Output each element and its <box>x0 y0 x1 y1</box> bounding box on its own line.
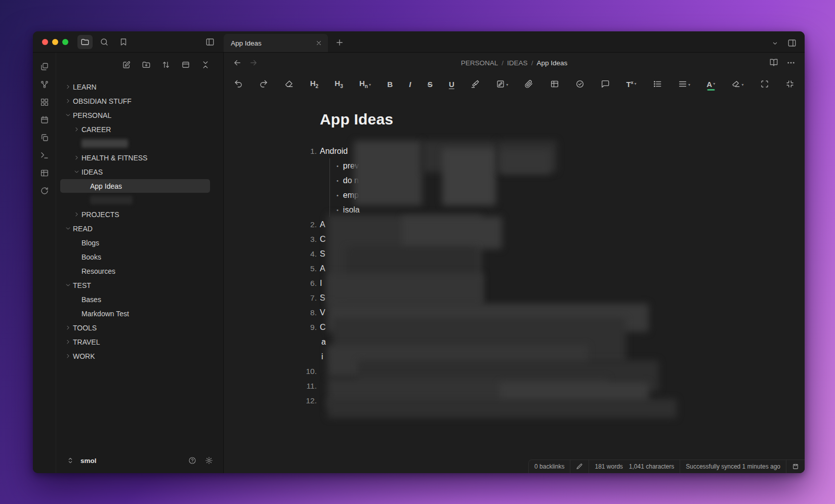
graph-view-button[interactable] <box>37 77 52 92</box>
canvas-button[interactable] <box>37 95 52 109</box>
tab-list-dropdown-button[interactable] <box>767 36 782 50</box>
terminal-button[interactable] <box>37 148 52 162</box>
sort-order-button[interactable] <box>158 58 174 72</box>
toggle-right-sidebar-button[interactable] <box>784 36 800 50</box>
navigate-forward-button[interactable] <box>246 56 261 70</box>
database-button[interactable] <box>37 166 52 180</box>
bookmarks-button[interactable] <box>116 35 131 49</box>
navigate-back-button[interactable] <box>230 56 245 70</box>
bold-label: B <box>387 80 393 88</box>
bullet-list-button[interactable] <box>652 77 663 91</box>
tree-folder[interactable]: WORK <box>60 349 210 363</box>
background-color-button[interactable]: ▾ <box>730 77 744 91</box>
vault-explorer-button[interactable] <box>77 35 93 49</box>
insert-table-button[interactable] <box>549 77 560 91</box>
new-folder-button[interactable] <box>139 58 154 72</box>
new-note-button[interactable] <box>119 58 134 72</box>
breadcrumb-segment[interactable]: PERSONAL <box>461 59 498 67</box>
insert-task-button[interactable] <box>574 77 586 91</box>
tree-item-label: PROJECTS <box>81 211 119 219</box>
more-options-button[interactable] <box>783 56 799 70</box>
tree-folder[interactable]: TEST <box>60 278 210 292</box>
sync-button[interactable] <box>37 184 52 198</box>
explorer-actions <box>56 53 223 77</box>
bold-button[interactable]: B <box>386 78 394 90</box>
format-menu-button[interactable]: ▾ <box>495 77 509 91</box>
strikethrough-button[interactable]: S <box>427 78 434 90</box>
sort-icon <box>161 60 171 69</box>
tree-folder[interactable]: IDEAS <box>60 165 210 179</box>
backlinks-status[interactable]: 0 backlinks <box>529 460 570 473</box>
heading-2-label: H2 <box>310 79 318 89</box>
breadcrumb-segment[interactable]: App Ideas <box>536 59 567 67</box>
highlight-button[interactable] <box>470 77 481 91</box>
file-tree: LEARNOBSIDIAN STUFFPERSONALCAREERHEALTH … <box>56 77 223 448</box>
font-color-button[interactable]: A▾ <box>705 78 716 90</box>
italic-button[interactable]: I <box>408 78 412 90</box>
tree-folder[interactable]: LEARN <box>60 80 210 94</box>
tree-file[interactable]: Markdown Test <box>60 307 210 320</box>
sync-icon-status[interactable] <box>786 460 805 473</box>
tree-file[interactable]: Books <box>60 250 210 264</box>
close-window-button[interactable] <box>42 39 48 45</box>
edit-mode-status[interactable] <box>570 460 589 473</box>
chevron-down-small-icon <box>771 39 779 47</box>
minimize-window-button[interactable] <box>52 39 58 45</box>
insert-comment-button[interactable] <box>600 77 611 91</box>
fullscreen-button[interactable] <box>759 77 770 91</box>
tree-file[interactable]: Bases <box>60 292 210 306</box>
underline-button[interactable]: U <box>448 78 455 90</box>
undo-button[interactable] <box>233 77 244 91</box>
attach-file-button[interactable] <box>523 77 534 91</box>
collapse-all-button[interactable] <box>198 58 213 72</box>
tree-folder[interactable]: READ <box>60 222 210 235</box>
heading-menu-button[interactable]: Hn▾ <box>358 77 372 91</box>
close-tab-button[interactable] <box>313 37 325 49</box>
zoom-window-button[interactable] <box>62 39 68 45</box>
list-item-text: C <box>320 323 326 332</box>
heading-2-button[interactable]: H2 <box>309 77 319 91</box>
line-options-button[interactable]: ▾ <box>677 77 691 91</box>
tree-redacted-item[interactable] <box>60 193 210 207</box>
editor-body[interactable]: App Ideas 1.Android•prev•do n•emp•isola2… <box>224 95 805 473</box>
text-script-button[interactable]: Tx▾ <box>625 78 637 90</box>
redo-button[interactable] <box>258 77 269 91</box>
tree-item-label: Bases <box>81 296 101 304</box>
switch-icon <box>66 456 74 465</box>
tree-redacted-item[interactable] <box>60 137 210 150</box>
wrapped-line: a <box>320 334 784 349</box>
templates-button[interactable] <box>37 131 52 145</box>
history-nav <box>230 56 261 70</box>
quick-switcher-button[interactable] <box>37 60 52 74</box>
daily-note-button[interactable] <box>37 113 52 127</box>
undo-icon <box>234 79 243 89</box>
sub-bullet: •prev <box>329 158 784 173</box>
tree-folder[interactable]: CAREER <box>60 122 210 136</box>
format-toolbar: H2H3Hn▾BISU▾Tx▾▾A▾▾ <box>224 73 805 95</box>
tree-folder[interactable]: HEALTH & FITNESS <box>60 151 210 164</box>
tab-bar: App Ideas <box>224 31 805 52</box>
toggle-left-sidebar-button[interactable] <box>202 35 218 49</box>
tree-file[interactable]: Blogs <box>60 236 210 249</box>
vault-switcher-button[interactable] <box>64 454 77 467</box>
tree-folder[interactable]: PROJECTS <box>60 207 210 221</box>
list-item-text: Android <box>320 147 348 156</box>
tree-folder[interactable]: TOOLS <box>60 321 210 334</box>
clear-formatting-button[interactable] <box>283 77 295 91</box>
heading-3-button[interactable]: H3 <box>333 77 344 91</box>
focus-mode-button[interactable] <box>784 77 796 91</box>
change-view-button[interactable] <box>178 58 193 72</box>
tree-folder[interactable]: OBSIDIAN STUFF <box>60 94 210 108</box>
tree-folder[interactable]: TRAVEL <box>60 335 210 349</box>
new-tab-button[interactable] <box>332 35 347 50</box>
settings-button[interactable] <box>202 454 216 467</box>
tree-file[interactable]: Resources <box>60 264 210 278</box>
search-button[interactable] <box>97 35 112 49</box>
tree-folder[interactable]: PERSONAL <box>60 108 210 122</box>
word-count-status: 181 words 1,041 characters <box>589 460 680 473</box>
reading-view-button[interactable] <box>766 56 781 70</box>
tab-app-ideas[interactable]: App Ideas <box>224 34 328 52</box>
tree-file[interactable]: App Ideas <box>60 179 210 193</box>
help-button[interactable] <box>186 454 199 467</box>
breadcrumb-segment[interactable]: IDEAS <box>507 59 528 67</box>
